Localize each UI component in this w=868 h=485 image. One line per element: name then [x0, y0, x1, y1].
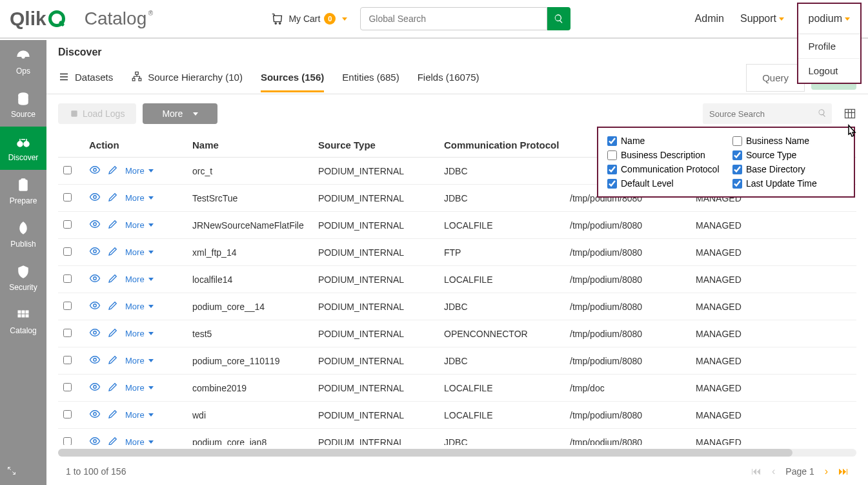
more-button[interactable]: More — [143, 103, 217, 124]
view-icon[interactable] — [89, 381, 101, 395]
sidebar-expand-button[interactable] — [0, 459, 46, 485]
th-name[interactable]: Name — [187, 133, 313, 158]
source-search-input[interactable] — [703, 103, 832, 124]
sidebar-item-prepare[interactable]: Prepare — [0, 170, 46, 213]
edit-icon[interactable] — [107, 218, 119, 232]
col-option-source-type[interactable]: Source Type — [732, 150, 845, 160]
row-more-link[interactable]: More — [125, 356, 154, 366]
row-more-link[interactable]: More — [125, 247, 154, 257]
col-option-default-level[interactable]: Default Level — [607, 178, 720, 189]
svg-rect-10 — [22, 311, 25, 313]
page-last-button[interactable]: ⏭ — [838, 466, 849, 477]
page-prev-button[interactable]: ‹ — [772, 466, 775, 477]
row-more-link[interactable]: More — [125, 274, 154, 284]
page-first-button[interactable]: ⏮ — [751, 466, 762, 477]
col-option-business-description[interactable]: Business Description — [607, 150, 720, 160]
col-option-last-update-time[interactable]: Last Update Time — [732, 178, 845, 189]
view-icon[interactable] — [89, 164, 101, 178]
col-option-business-name[interactable]: Business Name — [732, 136, 845, 146]
edit-icon[interactable] — [107, 354, 119, 367]
col-option-base-directory[interactable]: Base Directory — [732, 164, 845, 174]
edit-icon[interactable] — [107, 408, 119, 422]
row-more-link[interactable]: More — [125, 383, 154, 393]
cell-protocol: LOCALFILE — [439, 402, 565, 429]
global-search-input[interactable] — [360, 7, 547, 30]
view-icon[interactable] — [89, 300, 101, 313]
view-icon[interactable] — [89, 327, 101, 340]
user-menu-logout[interactable]: Logout — [798, 58, 860, 83]
row-checkbox[interactable] — [63, 437, 72, 446]
edit-icon[interactable] — [107, 435, 119, 445]
main-content: Discover Datasets Source Hierarchy (10) … — [46, 40, 868, 485]
sidebar-item-discover[interactable]: Discover — [0, 127, 46, 170]
row-more-link[interactable]: More — [125, 302, 154, 311]
row-more-link[interactable]: More — [125, 220, 154, 230]
th-source-type[interactable]: Source Type — [313, 133, 439, 158]
row-checkbox[interactable] — [63, 302, 72, 310]
row-checkbox[interactable] — [63, 356, 72, 364]
row-checkbox[interactable] — [63, 329, 72, 337]
page-next-button[interactable]: › — [825, 466, 828, 477]
row-checkbox[interactable] — [63, 410, 72, 418]
row-checkbox[interactable] — [63, 383, 72, 391]
edit-icon[interactable] — [107, 191, 119, 205]
view-icon[interactable] — [89, 435, 101, 445]
page-label: Page 1 — [785, 466, 814, 477]
cell-protocol: JDBC — [439, 293, 565, 320]
svg-point-0 — [276, 23, 277, 24]
column-config-button[interactable] — [843, 107, 856, 120]
edit-icon[interactable] — [107, 245, 119, 259]
row-checkbox[interactable] — [63, 166, 72, 174]
tab-source-hierarchy[interactable]: Source Hierarchy (10) — [131, 63, 243, 92]
view-icon[interactable] — [89, 191, 101, 205]
row-checkbox[interactable] — [63, 274, 72, 283]
svg-point-31 — [94, 413, 97, 416]
view-icon[interactable] — [89, 354, 101, 367]
user-menu-toggle[interactable]: podium — [798, 4, 860, 34]
row-checkbox[interactable] — [63, 247, 72, 256]
th-protocol[interactable]: Communication Protocol — [439, 133, 565, 158]
cart-button[interactable]: My Cart 0 — [270, 12, 347, 26]
qlik-q-icon — [48, 10, 65, 27]
query-button[interactable]: Query — [746, 64, 805, 92]
view-icon[interactable] — [89, 273, 101, 286]
edit-icon[interactable] — [107, 300, 119, 313]
sidebar: Ops Source Discover Prepare Publish Secu… — [0, 40, 46, 485]
tab-sources[interactable]: Sources (156) — [261, 64, 324, 92]
svg-point-23 — [94, 196, 97, 199]
row-checkbox[interactable] — [63, 193, 72, 201]
global-search-button[interactable] — [547, 7, 570, 30]
sidebar-item-security[interactable]: Security — [0, 256, 46, 300]
edit-icon[interactable] — [107, 164, 119, 178]
row-more-link[interactable]: More — [125, 410, 154, 420]
tab-entities[interactable]: Entities (685) — [342, 64, 399, 92]
th-action[interactable]: Action — [84, 133, 187, 158]
support-link[interactable]: Support — [740, 13, 784, 25]
table-row: More podium_core_jan8 PODIUM_INTERNAL JD… — [58, 429, 856, 446]
row-more-link[interactable]: More — [125, 329, 154, 338]
row-checkbox[interactable] — [63, 220, 72, 229]
cell-name: podium_core_jan8 — [187, 429, 313, 446]
horizontal-scrollbar[interactable] — [58, 449, 856, 457]
row-more-link[interactable]: More — [125, 437, 154, 445]
sidebar-item-catalog[interactable]: Catalog — [0, 300, 46, 343]
edit-icon[interactable] — [107, 327, 119, 340]
row-more-link[interactable]: More — [125, 193, 154, 203]
edit-icon[interactable] — [107, 273, 119, 286]
user-menu-profile[interactable]: Profile — [798, 34, 860, 58]
edit-icon[interactable] — [107, 381, 119, 395]
col-option-name[interactable]: Name — [607, 136, 720, 146]
view-icon[interactable] — [89, 408, 101, 422]
admin-link[interactable]: Admin — [695, 13, 724, 25]
row-more-link[interactable]: More — [125, 166, 154, 176]
sidebar-item-publish[interactable]: Publish — [0, 213, 46, 256]
col-option-communication-protocol[interactable]: Communication Protocol — [607, 164, 720, 174]
svg-point-30 — [94, 386, 97, 389]
view-icon[interactable] — [89, 218, 101, 232]
view-icon[interactable] — [89, 245, 101, 259]
tab-datasets[interactable]: Datasets — [58, 63, 113, 92]
sidebar-label: Discover — [8, 153, 39, 162]
sidebar-item-ops[interactable]: Ops — [0, 40, 46, 83]
tab-fields[interactable]: Fields (16075) — [418, 64, 479, 92]
sidebar-item-source[interactable]: Source — [0, 83, 46, 127]
